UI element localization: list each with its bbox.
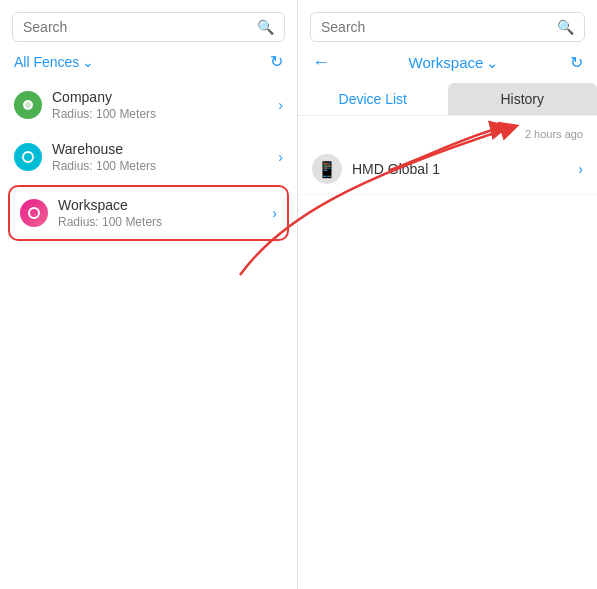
tab-device-list[interactable]: Device List: [298, 83, 448, 115]
right-header: ← Workspace ⌄ ↻: [298, 52, 597, 83]
chevron-right-icon-hmd: ›: [578, 161, 583, 177]
fence-name-company: Company: [52, 89, 278, 105]
tabs-row: Device List History: [298, 83, 597, 116]
fence-dot-company: [14, 91, 42, 119]
right-search-bar[interactable]: 🔍: [310, 12, 585, 42]
fence-item-warehouse[interactable]: Warehouse Radius: 100 Meters ›: [0, 131, 297, 183]
fence-name-workspace: Workspace: [58, 197, 272, 213]
fence-name-warehouse: Warehouse: [52, 141, 278, 157]
chevron-down-icon-workspace: ⌄: [486, 54, 499, 72]
timestamp: 2 hours ago: [298, 124, 597, 144]
fence-dot-workspace: [20, 199, 48, 227]
fence-radius-company: Radius: 100 Meters: [52, 107, 278, 121]
workspace-title: Workspace ⌄: [338, 54, 570, 72]
fence-radius-warehouse: Radius: 100 Meters: [52, 159, 278, 173]
right-panel: 🔍 ← Workspace ⌄ ↻ Device List History 2 …: [298, 0, 597, 589]
left-search-input[interactable]: [23, 19, 257, 35]
fence-dot-warehouse: [14, 143, 42, 171]
tab-history[interactable]: History: [448, 83, 598, 115]
chevron-right-icon-warehouse: ›: [278, 149, 283, 165]
left-panel: 🔍 All Fences ⌄ ↻ Company Radius: 100 Met…: [0, 0, 298, 589]
fence-radius-workspace: Radius: 100 Meters: [58, 215, 272, 229]
all-fences-label: All Fences: [14, 54, 79, 70]
left-search-icon: 🔍: [257, 19, 274, 35]
chevron-right-icon-workspace: ›: [272, 205, 277, 221]
phone-icon: 📱: [317, 160, 337, 179]
right-search-input[interactable]: [321, 19, 557, 35]
fence-item-workspace[interactable]: Workspace Radius: 100 Meters ›: [8, 185, 289, 241]
all-fences-button[interactable]: All Fences ⌄: [14, 54, 94, 70]
device-list-content: 2 hours ago 📱 HMD Global 1 ›: [298, 116, 597, 203]
back-button[interactable]: ←: [312, 52, 330, 73]
device-name-hmd: HMD Global 1: [352, 161, 578, 177]
chevron-down-icon: ⌄: [82, 54, 94, 70]
device-icon-hmd: 📱: [312, 154, 342, 184]
left-search-bar[interactable]: 🔍: [12, 12, 285, 42]
right-search-icon: 🔍: [557, 19, 574, 35]
right-refresh-icon[interactable]: ↻: [570, 53, 583, 72]
chevron-right-icon-company: ›: [278, 97, 283, 113]
refresh-icon[interactable]: ↻: [270, 52, 283, 71]
fence-item-company[interactable]: Company Radius: 100 Meters ›: [0, 79, 297, 131]
filter-row: All Fences ⌄ ↻: [0, 52, 297, 79]
device-item-hmd[interactable]: 📱 HMD Global 1 ›: [298, 144, 597, 195]
